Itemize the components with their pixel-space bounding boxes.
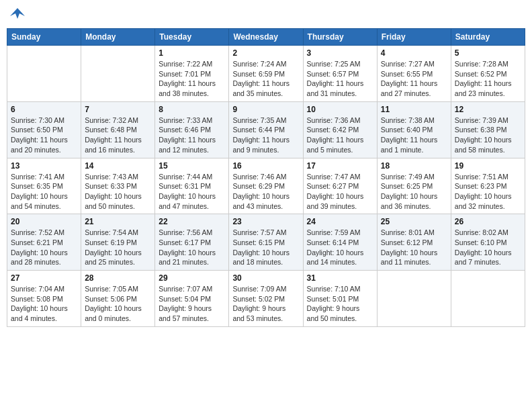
calendar-cell: 6Sunrise: 7:30 AMSunset: 6:50 PMDaylight… (7, 101, 81, 158)
day-number: 13 (11, 161, 77, 171)
calendar-cell: 20Sunrise: 7:52 AMSunset: 6:21 PMDayligh… (7, 214, 81, 271)
page-header (7, 7, 525, 23)
day-info: Sunrise: 7:24 AMSunset: 6:59 PMDaylight:… (232, 59, 299, 99)
calendar-cell: 27Sunrise: 7:04 AMSunset: 5:08 PMDayligh… (7, 271, 81, 327)
day-info: Sunrise: 7:47 AMSunset: 6:27 PMDaylight:… (307, 172, 373, 212)
calendar-cell: 28Sunrise: 7:05 AMSunset: 5:06 PMDayligh… (81, 271, 155, 327)
calendar-cell (7, 46, 81, 102)
calendar-cell: 12Sunrise: 7:39 AMSunset: 6:38 PMDayligh… (451, 101, 525, 158)
calendar-week-row: 13Sunrise: 7:41 AMSunset: 6:35 PMDayligh… (7, 158, 525, 214)
day-number: 4 (381, 48, 447, 58)
day-number: 15 (159, 161, 225, 171)
day-info: Sunrise: 7:41 AMSunset: 6:35 PMDaylight:… (11, 172, 77, 212)
day-info: Sunrise: 8:01 AMSunset: 6:12 PMDaylight:… (381, 228, 447, 267)
day-info: Sunrise: 7:44 AMSunset: 6:31 PMDaylight:… (159, 172, 225, 212)
day-info: Sunrise: 7:10 AMSunset: 5:01 PMDaylight:… (307, 284, 373, 324)
day-number: 27 (11, 273, 77, 283)
calendar-week-row: 6Sunrise: 7:30 AMSunset: 6:50 PMDaylight… (7, 101, 525, 158)
day-info: Sunrise: 7:43 AMSunset: 6:33 PMDaylight:… (85, 172, 151, 212)
calendar-cell: 29Sunrise: 7:07 AMSunset: 5:04 PMDayligh… (155, 271, 229, 327)
day-info: Sunrise: 7:27 AMSunset: 6:55 PMDaylight:… (381, 59, 447, 99)
header-saturday: Saturday (451, 29, 525, 46)
day-number: 8 (159, 105, 225, 114)
day-info: Sunrise: 7:09 AMSunset: 5:02 PMDaylight:… (232, 284, 299, 324)
calendar-header-row: SundayMondayTuesdayWednesdayThursdayFrid… (7, 29, 525, 46)
day-info: Sunrise: 7:52 AMSunset: 6:21 PMDaylight:… (11, 228, 77, 267)
calendar-cell: 25Sunrise: 8:01 AMSunset: 6:12 PMDayligh… (377, 214, 451, 271)
calendar-cell: 16Sunrise: 7:46 AMSunset: 6:29 PMDayligh… (229, 158, 303, 214)
day-number: 22 (159, 217, 225, 226)
day-info: Sunrise: 7:49 AMSunset: 6:25 PMDaylight:… (381, 172, 447, 212)
calendar-cell: 22Sunrise: 7:56 AMSunset: 6:17 PMDayligh… (155, 214, 229, 271)
header-tuesday: Tuesday (155, 29, 229, 46)
day-info: Sunrise: 7:28 AMSunset: 6:52 PMDaylight:… (455, 59, 521, 99)
day-info: Sunrise: 7:59 AMSunset: 6:14 PMDaylight:… (307, 228, 373, 267)
day-info: Sunrise: 7:25 AMSunset: 6:57 PMDaylight:… (307, 59, 373, 99)
day-number: 2 (232, 48, 299, 58)
day-info: Sunrise: 7:39 AMSunset: 6:38 PMDaylight:… (455, 116, 521, 155)
day-info: Sunrise: 7:35 AMSunset: 6:44 PMDaylight:… (232, 116, 299, 155)
calendar-cell: 21Sunrise: 7:54 AMSunset: 6:19 PMDayligh… (81, 214, 155, 271)
day-number: 31 (307, 273, 373, 283)
calendar-cell: 15Sunrise: 7:44 AMSunset: 6:31 PMDayligh… (155, 158, 229, 214)
day-info: Sunrise: 7:36 AMSunset: 6:42 PMDaylight:… (307, 116, 373, 155)
day-number: 26 (455, 217, 521, 226)
day-info: Sunrise: 7:04 AMSunset: 5:08 PMDaylight:… (11, 284, 77, 324)
day-info: Sunrise: 7:57 AMSunset: 6:15 PMDaylight:… (232, 228, 299, 267)
day-number: 30 (232, 273, 299, 283)
day-info: Sunrise: 8:02 AMSunset: 6:10 PMDaylight:… (455, 228, 521, 267)
calendar-cell: 31Sunrise: 7:10 AMSunset: 5:01 PMDayligh… (303, 271, 377, 327)
calendar-cell: 10Sunrise: 7:36 AMSunset: 6:42 PMDayligh… (303, 101, 377, 158)
calendar-cell: 5Sunrise: 7:28 AMSunset: 6:52 PMDaylight… (451, 46, 525, 102)
day-info: Sunrise: 7:30 AMSunset: 6:50 PMDaylight:… (11, 116, 77, 155)
day-number: 29 (159, 273, 225, 283)
day-info: Sunrise: 7:46 AMSunset: 6:29 PMDaylight:… (232, 172, 299, 212)
calendar-cell: 19Sunrise: 7:51 AMSunset: 6:23 PMDayligh… (451, 158, 525, 214)
day-number: 25 (381, 217, 447, 226)
day-number: 17 (307, 161, 373, 171)
header-wednesday: Wednesday (229, 29, 303, 46)
calendar-cell: 7Sunrise: 7:32 AMSunset: 6:48 PMDaylight… (81, 101, 155, 158)
calendar-cell (377, 271, 451, 327)
day-number: 23 (232, 217, 299, 226)
calendar-cell: 18Sunrise: 7:49 AMSunset: 6:25 PMDayligh… (377, 158, 451, 214)
day-number: 1 (159, 48, 225, 58)
day-info: Sunrise: 7:54 AMSunset: 6:19 PMDaylight:… (85, 228, 151, 267)
day-number: 6 (11, 105, 77, 114)
calendar-cell (81, 46, 155, 102)
day-number: 20 (11, 217, 77, 226)
calendar-table: SundayMondayTuesdayWednesdayThursdayFrid… (7, 28, 525, 327)
day-info: Sunrise: 7:05 AMSunset: 5:06 PMDaylight:… (85, 284, 151, 324)
day-number: 24 (307, 217, 373, 226)
calendar-cell: 17Sunrise: 7:47 AMSunset: 6:27 PMDayligh… (303, 158, 377, 214)
calendar-cell: 14Sunrise: 7:43 AMSunset: 6:33 PMDayligh… (81, 158, 155, 214)
calendar-cell: 24Sunrise: 7:59 AMSunset: 6:14 PMDayligh… (303, 214, 377, 271)
calendar-cell: 3Sunrise: 7:25 AMSunset: 6:57 PMDaylight… (303, 46, 377, 102)
day-number: 21 (85, 217, 151, 226)
calendar-cell: 23Sunrise: 7:57 AMSunset: 6:15 PMDayligh… (229, 214, 303, 271)
day-info: Sunrise: 7:07 AMSunset: 5:04 PMDaylight:… (159, 284, 225, 324)
logo (9, 7, 25, 23)
svg-marker-0 (10, 8, 25, 19)
day-number: 9 (232, 105, 299, 114)
calendar-cell: 11Sunrise: 7:38 AMSunset: 6:40 PMDayligh… (377, 101, 451, 158)
day-number: 5 (455, 48, 521, 58)
calendar-cell: 1Sunrise: 7:22 AMSunset: 7:01 PMDaylight… (155, 46, 229, 102)
day-number: 10 (307, 105, 373, 114)
calendar-cell: 8Sunrise: 7:33 AMSunset: 6:46 PMDaylight… (155, 101, 229, 158)
day-number: 12 (455, 105, 521, 114)
calendar-cell: 30Sunrise: 7:09 AMSunset: 5:02 PMDayligh… (229, 271, 303, 327)
calendar-cell: 2Sunrise: 7:24 AMSunset: 6:59 PMDaylight… (229, 46, 303, 102)
calendar-cell: 26Sunrise: 8:02 AMSunset: 6:10 PMDayligh… (451, 214, 525, 271)
calendar-cell: 13Sunrise: 7:41 AMSunset: 6:35 PMDayligh… (7, 158, 81, 214)
day-number: 19 (455, 161, 521, 171)
day-number: 16 (232, 161, 299, 171)
day-number: 14 (85, 161, 151, 171)
calendar-week-row: 1Sunrise: 7:22 AMSunset: 7:01 PMDaylight… (7, 46, 525, 102)
logo-bird-icon (10, 7, 25, 21)
day-number: 11 (381, 105, 447, 114)
header-friday: Friday (377, 29, 451, 46)
day-info: Sunrise: 7:51 AMSunset: 6:23 PMDaylight:… (455, 172, 521, 212)
header-sunday: Sunday (7, 29, 81, 46)
day-info: Sunrise: 7:22 AMSunset: 7:01 PMDaylight:… (159, 59, 225, 99)
